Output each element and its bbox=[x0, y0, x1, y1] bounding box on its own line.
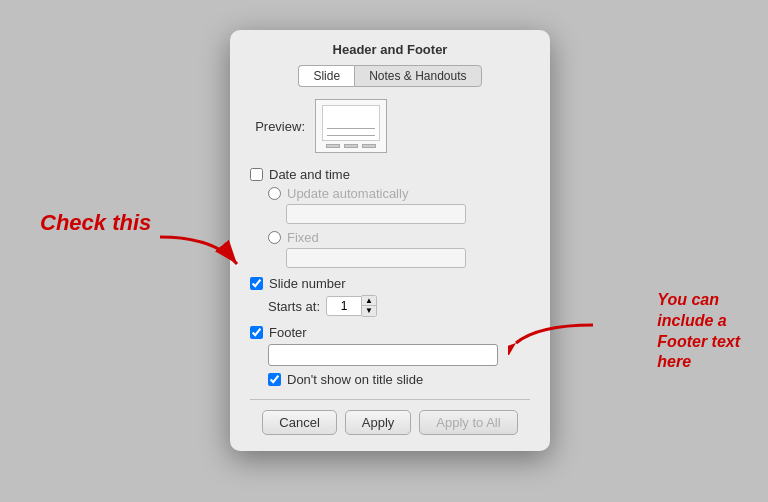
auto-update-radio[interactable] bbox=[268, 187, 281, 200]
dont-show-checkbox[interactable] bbox=[268, 373, 281, 386]
starts-at-row: Starts at: ▲ ▼ bbox=[268, 295, 530, 317]
footer-label: Footer bbox=[269, 325, 307, 340]
footer-checkbox-row: Footer bbox=[250, 325, 530, 340]
auto-update-input-row: 1/11/17 bbox=[286, 204, 530, 224]
arrow-footer bbox=[508, 315, 598, 355]
dialog-body: Preview: Date and time Update automatica… bbox=[230, 99, 550, 435]
slide-number-checkbox-row: Slide number bbox=[250, 276, 530, 291]
radio-group: Update automatically 1/11/17 Fixed 1/11/… bbox=[268, 186, 530, 268]
slide-number-section: Slide number Starts at: ▲ ▼ bbox=[250, 276, 530, 317]
divider bbox=[250, 399, 530, 400]
fixed-input-row: 1/11/17 bbox=[286, 248, 530, 268]
stepper-input: ▲ ▼ bbox=[326, 295, 377, 317]
starts-at-label: Starts at: bbox=[268, 299, 320, 314]
preview-slide bbox=[322, 105, 380, 141]
fixed-label: Fixed bbox=[287, 230, 319, 245]
tab-slide[interactable]: Slide bbox=[298, 65, 354, 87]
slide-number-label: Slide number bbox=[269, 276, 346, 291]
stepper-buttons: ▲ ▼ bbox=[362, 295, 377, 317]
fixed-row: Fixed bbox=[268, 230, 530, 245]
tab-notes[interactable]: Notes & Handouts bbox=[354, 65, 481, 87]
date-time-section: Date and time Update automatically 1/11/… bbox=[250, 167, 530, 268]
preview-box bbox=[315, 99, 387, 153]
annotation-footer-text: You caninclude aFooter texthere bbox=[657, 290, 740, 373]
preview-footer-dots bbox=[326, 144, 376, 148]
footer-text-input[interactable]: FPPT.com bbox=[268, 344, 498, 366]
auto-update-label: Update automatically bbox=[287, 186, 408, 201]
header-footer-dialog: Header and Footer Slide Notes & Handouts… bbox=[230, 30, 550, 451]
apply-button[interactable]: Apply bbox=[345, 410, 412, 435]
stepper-down-button[interactable]: ▼ bbox=[362, 306, 376, 316]
footer-checkbox[interactable] bbox=[250, 326, 263, 339]
stepper-up-button[interactable]: ▲ bbox=[362, 296, 376, 306]
footer-section: Footer FPPT.com Don't show on title slid… bbox=[250, 325, 530, 387]
slide-number-checkbox[interactable] bbox=[250, 277, 263, 290]
dont-show-row: Don't show on title slide bbox=[268, 372, 530, 387]
date-time-checkbox-row: Date and time bbox=[250, 167, 530, 182]
tab-bar: Slide Notes & Handouts bbox=[230, 65, 550, 87]
preview-row: Preview: bbox=[250, 99, 530, 153]
dialog-title: Header and Footer bbox=[230, 30, 550, 65]
date-time-checkbox[interactable] bbox=[250, 168, 263, 181]
auto-update-input[interactable]: 1/11/17 bbox=[286, 204, 466, 224]
starts-at-input[interactable] bbox=[326, 296, 362, 316]
button-row: Cancel Apply Apply to All bbox=[250, 410, 530, 435]
update-auto-row: Update automatically bbox=[268, 186, 530, 201]
dont-show-label: Don't show on title slide bbox=[287, 372, 423, 387]
preview-label: Preview: bbox=[250, 119, 305, 134]
arrow-check-this bbox=[155, 232, 245, 272]
annotation-check-this: Check this bbox=[40, 210, 151, 236]
footer-input-row: FPPT.com bbox=[268, 344, 530, 366]
fixed-radio[interactable] bbox=[268, 231, 281, 244]
cancel-button[interactable]: Cancel bbox=[262, 410, 336, 435]
date-time-label: Date and time bbox=[269, 167, 350, 182]
apply-all-button[interactable]: Apply to All bbox=[419, 410, 517, 435]
fixed-input[interactable]: 1/11/17 bbox=[286, 248, 466, 268]
